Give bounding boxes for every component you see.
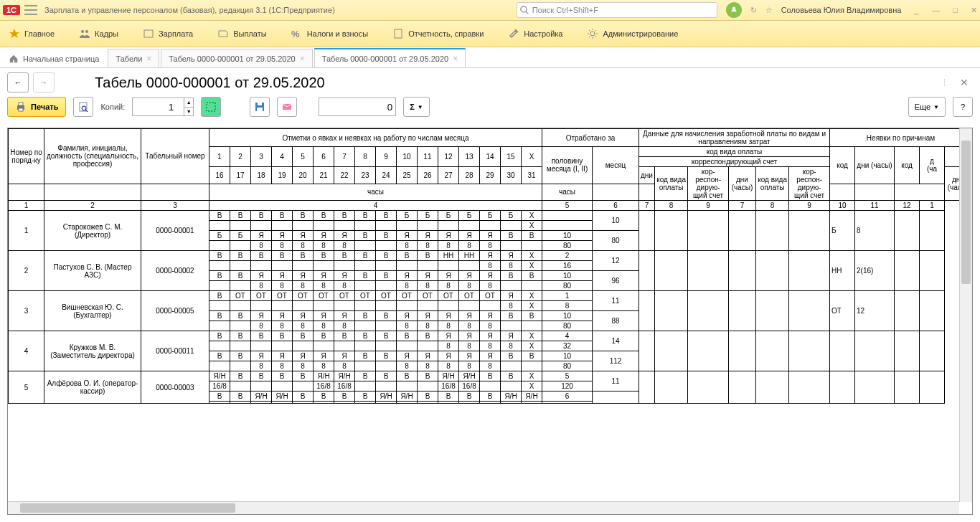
page-close-icon[interactable]: ✕	[960, 77, 969, 88]
nav-forward-button[interactable]: →	[33, 72, 55, 92]
sum-input[interactable]	[319, 98, 396, 116]
copies-label: Копий:	[100, 103, 125, 111]
favorite-icon[interactable]: ☆	[765, 6, 773, 15]
close-icon[interactable]: ✕	[971, 6, 977, 15]
svg-point-0	[520, 6, 526, 11]
copies-spinner[interactable]: ▲▼	[184, 98, 194, 116]
save-button[interactable]	[250, 97, 270, 117]
svg-rect-16	[258, 103, 262, 105]
horizontal-scrollbar[interactable]	[8, 501, 959, 514]
menu-payments[interactable]: Выплаты	[212, 25, 272, 42]
tab-close-icon[interactable]: ×	[300, 54, 305, 64]
svg-point-2	[81, 30, 84, 33]
svg-text:%: %	[291, 29, 300, 39]
svg-point-7	[590, 32, 595, 36]
menu-settings[interactable]: Настройка	[502, 25, 568, 42]
settings-icon[interactable]: ⎯	[914, 6, 919, 14]
svg-rect-4	[144, 30, 153, 37]
minimize-icon[interactable]: —	[932, 6, 940, 14]
tab-list[interactable]: Табели×	[108, 49, 159, 67]
menu-icon[interactable]	[24, 5, 37, 15]
main-menu: Главное Кадры Зарплата Выплаты %Налоги и…	[0, 21, 980, 47]
bell-icon[interactable]	[726, 2, 742, 18]
help-button[interactable]: ?	[953, 97, 973, 117]
more-button[interactable]: Еще▼	[908, 97, 946, 117]
vertical-scrollbar[interactable]	[959, 128, 972, 502]
menu-reports[interactable]: Отчетность, справки	[387, 25, 489, 42]
search-placeholder: Поиск Ctrl+Shift+F	[532, 6, 598, 14]
svg-point-3	[85, 30, 88, 33]
search-input[interactable]: Поиск Ctrl+Shift+F	[517, 2, 717, 18]
print-button[interactable]: Печать	[7, 97, 66, 117]
svg-rect-14	[207, 103, 215, 111]
timesheet-table: Номер по поряд-куФамилия, инициалы, долж…	[8, 128, 972, 404]
copies-input[interactable]	[132, 98, 184, 116]
tab-home[interactable]: Начальная страница	[1, 49, 106, 67]
document-tabs: Начальная страница Табели× Табель 0000-0…	[0, 47, 980, 68]
app-title: Зарплата и управление персоналом (базова…	[44, 6, 335, 14]
maximize-icon[interactable]: □	[953, 6, 958, 14]
menu-taxes[interactable]: %Налоги и взносы	[286, 25, 374, 42]
menu-admin[interactable]: Администрирование	[581, 25, 684, 42]
user-name[interactable]: Соловьева Юлия Владимировна	[781, 6, 902, 14]
tab-doc2[interactable]: Табель 0000-000001 от 29.05.2020×	[314, 48, 466, 67]
email-button[interactable]	[277, 97, 297, 117]
tab-close-icon[interactable]: ×	[146, 54, 151, 64]
menu-home[interactable]: Главное	[3, 25, 60, 42]
svg-line-1	[526, 11, 528, 14]
preview-button[interactable]	[73, 97, 93, 117]
selection-button[interactable]	[201, 97, 221, 117]
history-icon[interactable]: ↻	[750, 6, 757, 15]
svg-rect-6	[395, 29, 402, 38]
svg-rect-9	[19, 103, 23, 105]
menu-salary[interactable]: Зарплата	[137, 25, 199, 42]
app-logo: 1C	[3, 5, 20, 15]
tab-close-icon[interactable]: ×	[453, 54, 458, 64]
nav-back-button[interactable]: ←	[7, 72, 29, 92]
page-title: Табель 0000-000001 от 29.05.2020	[95, 75, 936, 91]
svg-rect-10	[19, 108, 23, 111]
more-icon[interactable]: ⋮	[941, 78, 948, 87]
tab-doc1[interactable]: Табель 0000-000001 от 29.05.2020×	[161, 49, 312, 67]
svg-rect-17	[257, 108, 263, 111]
menu-staff[interactable]: Кадры	[73, 25, 124, 42]
sigma-button[interactable]: Σ▼	[403, 97, 430, 117]
